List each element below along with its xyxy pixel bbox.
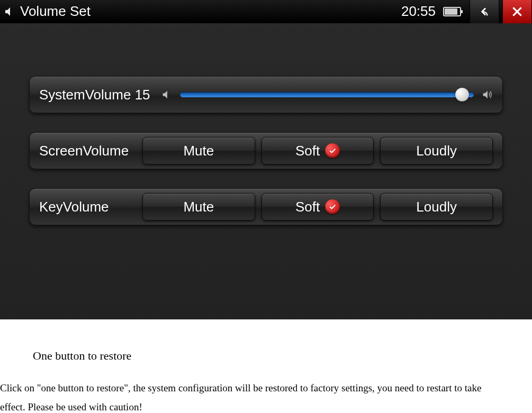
option-label: Loudly	[416, 143, 457, 159]
screen-volume-mute-button[interactable]: Mute	[142, 137, 255, 164]
slider-thumb[interactable]	[455, 88, 469, 102]
speaker-high-icon	[481, 89, 493, 100]
check-icon	[325, 143, 340, 158]
screen-volume-loudly-button[interactable]: Loudly	[380, 137, 493, 164]
back-button[interactable]	[470, 0, 499, 23]
option-label: Loudly	[416, 199, 457, 215]
key-volume-label: KeyVolume	[39, 199, 142, 215]
titlebar: Volume Set 20:55	[0, 0, 532, 23]
system-volume-panel: SystemVolume 15	[29, 76, 503, 113]
content-area: SystemVolume 15 ScreenVolume Mute	[0, 23, 532, 225]
option-label: Soft	[295, 199, 320, 215]
option-label: Soft	[295, 143, 320, 159]
key-volume-soft-button[interactable]: Soft	[262, 193, 374, 221]
clock: 20:55	[401, 3, 436, 20]
document-text: One button to restore Click on "one butt…	[0, 319, 532, 413]
battery-icon	[443, 7, 461, 16]
system-volume-slider[interactable]	[180, 92, 474, 97]
key-volume-panel: KeyVolume Mute Soft Loudly	[29, 188, 503, 225]
volume-icon	[3, 5, 16, 18]
option-label: Mute	[183, 143, 214, 159]
device-screen: Volume Set 20:55 SystemVolume 15	[0, 0, 532, 319]
screen-volume-soft-button[interactable]: Soft	[262, 137, 374, 164]
system-volume-label: SystemVolume 15	[39, 87, 161, 103]
screen-volume-panel: ScreenVolume Mute Soft Loudly	[29, 132, 503, 169]
screen-volume-label: ScreenVolume	[39, 143, 142, 159]
page-title: Volume Set	[20, 3, 91, 20]
key-volume-mute-button[interactable]: Mute	[142, 193, 255, 221]
close-button[interactable]	[502, 0, 532, 23]
doc-body: Click on "one button to restore", the sy…	[0, 379, 508, 413]
doc-heading: One button to restore	[33, 349, 532, 363]
key-volume-loudly-button[interactable]: Loudly	[380, 193, 493, 221]
option-label: Mute	[183, 199, 214, 215]
check-icon	[325, 199, 340, 214]
speaker-low-icon	[161, 89, 173, 100]
